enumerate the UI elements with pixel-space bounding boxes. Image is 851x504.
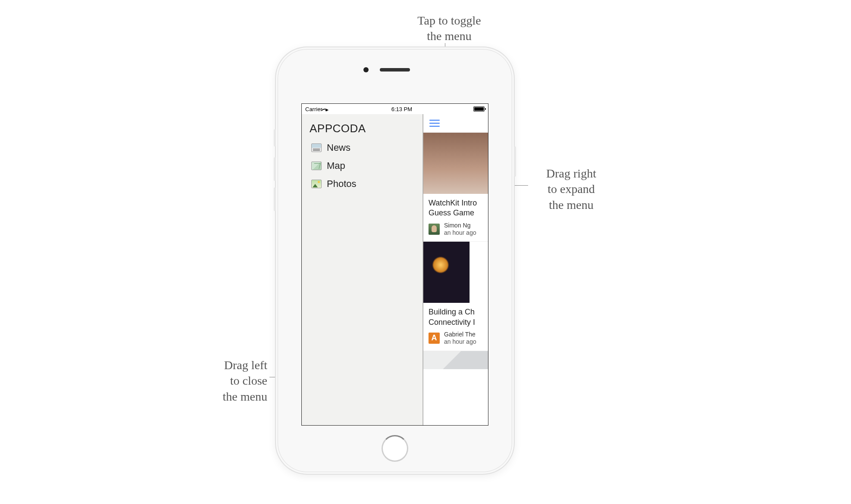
avatar: A (429, 333, 440, 344)
app-title: APPCODA (310, 122, 419, 135)
card-meta: A Gabriel The an hour ago (423, 330, 488, 350)
phone-screen: Carrier 6:13 PM APPCODA News Map (301, 103, 488, 426)
iphone-camera (363, 67, 369, 72)
card-time: an hour ago (444, 229, 476, 236)
annotation-right: Drag right to expand the menu (528, 166, 614, 213)
card-meta: Simon Ng an hour ago (423, 221, 488, 241)
news-icon (311, 143, 322, 152)
card-image (423, 242, 488, 303)
nav-bar (423, 114, 488, 132)
sidebar-item-label: News (327, 142, 350, 153)
content-pane[interactable]: WatchKit Intro Guess Game Simon Ng an ho… (423, 114, 488, 425)
sidebar-menu[interactable]: APPCODA News Map Photos (302, 114, 423, 425)
sidebar-item-news[interactable]: News (310, 139, 419, 157)
hamburger-icon[interactable] (429, 120, 440, 127)
feed-card[interactable]: Building a Ch Connectivity I A Gabriel T… (423, 241, 488, 350)
sidebar-item-photos[interactable]: Photos (310, 175, 419, 193)
card-title: Building a Ch Connectivity I (423, 303, 488, 330)
annotation-left: Drag left to close the menu (185, 358, 267, 404)
iphone-volume-down (274, 187, 276, 211)
annotation-top: Tap to toggle the menu (402, 13, 497, 44)
status-time: 6:13 PM (391, 106, 412, 112)
photos-icon (311, 180, 322, 188)
card-image (423, 133, 488, 194)
card-image (423, 351, 488, 369)
iphone-speaker (380, 68, 410, 72)
iphone-mockup: Carrier 6:13 PM APPCODA News Map (276, 47, 514, 474)
sidebar-item-label: Photos (327, 178, 357, 190)
sidebar-item-label: Map (327, 160, 345, 171)
wifi-icon (324, 107, 330, 111)
iphone-home-button[interactable] (382, 435, 408, 462)
card-author: Gabriel The (444, 331, 476, 338)
carrier-label: Carrier (305, 106, 322, 112)
status-bar: Carrier 6:13 PM (302, 104, 488, 114)
iphone-volume-up (274, 157, 276, 181)
iphone-power-button (514, 146, 516, 177)
card-author: Simon Ng (444, 222, 476, 229)
card-title: WatchKit Intro Guess Game (423, 194, 488, 221)
card-time: an hour ago (444, 338, 476, 345)
feed-card[interactable] (423, 351, 488, 370)
avatar (429, 224, 440, 235)
map-icon (311, 162, 322, 170)
sidebar-item-map[interactable]: Map (310, 157, 419, 175)
battery-icon (473, 106, 485, 112)
feed-card[interactable]: WatchKit Intro Guess Game Simon Ng an ho… (423, 132, 488, 241)
iphone-mute-switch (274, 129, 276, 146)
